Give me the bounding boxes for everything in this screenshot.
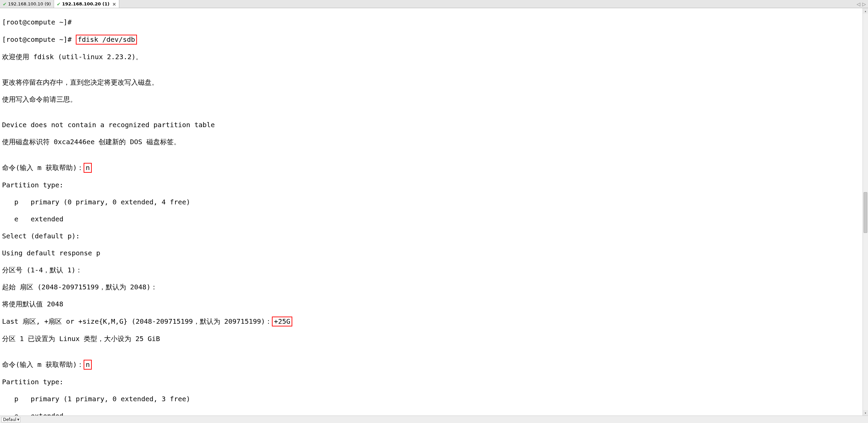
prompt-text: Last 扇区, +扇区 or +size{K,M,G} (2048-20971… [2, 317, 272, 325]
terminal-line: Partition type: [2, 181, 866, 189]
terminal-line: 命令(输入 m 获取帮助)：n [2, 360, 866, 369]
terminal-line: 分区号 (1-4，默认 1)： [2, 266, 866, 274]
scroll-thumb[interactable] [864, 192, 867, 233]
tab-next-icon[interactable]: ▷ [862, 1, 867, 7]
terminal-line: 欢迎使用 fdisk (util-linux 2.23.2)。 [2, 53, 866, 61]
tab-prev-icon[interactable]: ◁ [856, 1, 861, 7]
chevron-down-icon: ▼ [17, 418, 19, 421]
terminal-line: 使用磁盘标识符 0xca2446ee 创建新的 DOS 磁盘标签。 [2, 138, 866, 146]
tab-session-2[interactable]: ✔ 192.168.100.20 (1) × [54, 0, 119, 8]
terminal-line: e extended [2, 215, 866, 223]
highlight-input: n [84, 163, 92, 173]
check-icon: ✔ [3, 1, 7, 7]
tab-nav: ◁ ▷ [856, 1, 868, 7]
close-icon[interactable]: × [112, 1, 116, 7]
terminal-line: 起始 扇区 (2048-209715199，默认为 2048)： [2, 283, 866, 291]
terminal-line: p primary (1 primary, 0 extended, 3 free… [2, 395, 866, 403]
terminal-line: 分区 1 已设置为 Linux 类型，大小设为 25 GiB [2, 335, 866, 343]
terminal-line: 更改将停留在内存中，直到您决定将更改写入磁盘。 [2, 78, 866, 87]
terminal-output[interactable]: [root@compute ~]# [root@compute ~]# fdis… [0, 8, 868, 423]
tab-label: 192.168.100.10 (9) [8, 1, 51, 6]
prompt: [root@compute ~]# [2, 35, 76, 44]
check-icon: ✔ [57, 1, 61, 7]
prompt-text: 命令(输入 m 获取帮助)： [2, 164, 84, 172]
scrollbar[interactable]: ▴ ▾ [863, 8, 868, 416]
terminal-line: 使用写入命令前请三思。 [2, 95, 866, 104]
scroll-down-icon[interactable]: ▾ [863, 410, 868, 416]
terminal-line: p primary (0 primary, 0 extended, 4 free… [2, 198, 866, 206]
terminal-line: Select (default p): [2, 232, 866, 240]
terminal-line: Using default response p [2, 249, 866, 257]
terminal-line: [root@compute ~]# [2, 18, 866, 27]
terminal-line: Partition type: [2, 378, 866, 386]
tab-label: 192.168.100.20 (1) [62, 1, 109, 6]
terminal-line: Last 扇区, +扇区 or +size{K,M,G} (2048-20971… [2, 317, 866, 326]
status-bar: Defaul ▼ [0, 416, 868, 423]
prompt-text: 命令(输入 m 获取帮助)： [2, 360, 84, 369]
terminal-line: [root@compute ~]# fdisk /dev/sdb [2, 35, 866, 44]
terminal-line: Device does not contain a recognized par… [2, 121, 866, 129]
highlight-input: n [84, 360, 92, 370]
profile-select-label: Defaul [3, 417, 16, 422]
scroll-up-icon[interactable]: ▴ [863, 8, 868, 14]
terminal-line: 命令(输入 m 获取帮助)：n [2, 163, 866, 172]
highlight-input: +25G [272, 317, 292, 326]
tab-bar: ✔ 192.168.100.10 (9) ✔ 192.168.100.20 (1… [0, 0, 868, 8]
profile-select[interactable]: Defaul ▼ [1, 417, 20, 422]
highlight-command: fdisk /dev/sdb [76, 35, 137, 45]
terminal-line: 将使用默认值 2048 [2, 300, 866, 308]
tab-session-1[interactable]: ✔ 192.168.100.10 (9) [0, 0, 54, 8]
scroll-track[interactable] [863, 14, 868, 410]
